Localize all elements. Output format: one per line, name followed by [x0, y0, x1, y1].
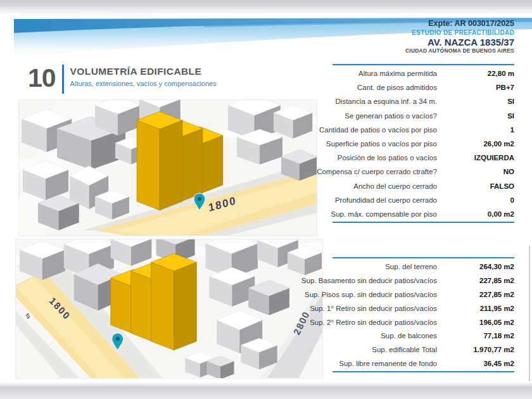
row-label: Sup. del terreno [385, 263, 437, 270]
report-page: Expte: AR 003017/2025 ESTUDIO DE PREFACT… [0, 0, 532, 399]
row-label: Sup. 2° Retiro sin deducir patios/vacíos [310, 319, 437, 326]
expediente-number: Expte: AR 003017/2025 [428, 19, 514, 28]
study-type: ESTUDIO DE PREFACTIBILIDAD [412, 29, 514, 36]
row-value: 1.970,77 m2 [473, 346, 514, 353]
row-label: Superficie patios o vacíos por piso [326, 140, 437, 148]
row-value: 0,00 m2 [488, 210, 514, 218]
table-row: Sup. 2° Retiro sin deducir patios/vacíos… [332, 315, 514, 329]
row-label: Posición de los patios o vacíos [338, 154, 437, 162]
row-label: Cantidad de patios o vacíos por piso [319, 126, 437, 134]
scan-edge-top [0, 0, 532, 14]
table-row: Cant. de pisos admitidosPB+7 [332, 80, 514, 94]
row-value: IZQUIERDA [474, 154, 514, 162]
table-row: Superficie patios o vacíos por piso26,00… [332, 137, 514, 151]
table-row: Posición de los patios o vacíosIZQUIERDA [332, 151, 514, 165]
row-value: NO [504, 168, 514, 175]
table-row: Sup. de balcones77,18 m2 [332, 329, 514, 343]
row-label: Compensa c/ cuerpo cerrado ctrafte? [317, 168, 437, 175]
volumetry-map-top: 1800 [19, 100, 317, 236]
row-label: Sup. máx. compensable por piso [331, 210, 437, 218]
row-label: Altura máxima permitida [358, 70, 437, 77]
table-row: Sup. del terreno264,30 m2 [332, 260, 514, 274]
property-address: AV. NAZCA 1835/37 [428, 37, 514, 48]
row-value: 0 [510, 196, 514, 204]
table-row: Se generan patios o vacíos?SI [332, 109, 514, 123]
table-row: Sup. 1° Retiro sin deducir patios/vacíos… [332, 301, 514, 315]
table-row: Compensa c/ cuerpo cerrado ctrafte?NO [332, 165, 514, 179]
row-value: 77,18 m2 [483, 332, 514, 339]
table-row: Sup. Basamento sin deducir patios/vacíos… [332, 274, 514, 288]
row-value: 1 [510, 126, 514, 134]
table-row: Ancho del cuerpo cerradoFALSO [332, 179, 514, 193]
row-value: SI [507, 98, 514, 105]
table-row: Distancia a esquina inf. a 34 m.SI [332, 94, 514, 108]
scan-edge-right [529, 246, 530, 381]
row-label: Sup. edificable Total [372, 346, 437, 353]
row-value: 211,95 m2 [480, 305, 514, 312]
row-value: 264,30 m2 [479, 263, 514, 270]
row-value: PB+7 [496, 84, 514, 91]
section-divider [62, 65, 64, 94]
section-header: 10 VOLUMETRÍA EDIFICABLE Alturas, extens… [28, 63, 217, 94]
table-row: Altura máxima permitida22,80 m [332, 66, 514, 80]
row-value: 227,85 m2 [479, 291, 514, 298]
surfaces-table: Sup. del terreno264,30 m2Sup. Basamento … [332, 257, 514, 372]
row-label: Profundidad del cuerpo cerrado [335, 196, 437, 204]
table-row: Profundidad del cuerpo cerrado0 [332, 193, 514, 207]
row-label: Se generan patios o vacíos? [345, 112, 437, 120]
table-row: Cantidad de patios o vacíos por piso1 [332, 123, 514, 137]
volumetry-map-bottom: ⇆ 1800 2800 [16, 239, 322, 378]
section-subtitle: Alturas, extensiones, vacíos y compensac… [70, 80, 217, 87]
table-row: Sup. edificable Total1.970,77 m2 [332, 343, 514, 357]
city-name: CIUDAD AUTÓNOMA DE BUENOS AIRES [405, 48, 514, 54]
row-value: 26,00 m2 [483, 140, 514, 148]
table-row: Sup. Pisos sup. sin deducir patios/vacío… [332, 288, 514, 301]
row-value: 22,80 m [488, 70, 514, 77]
table-row: Sup. libre remanente de fondo36,45 m2 [332, 357, 514, 370]
row-label: Sup. Basamento sin deducir patios/vacíos [301, 277, 437, 284]
section-number: 10 [28, 63, 56, 94]
row-label: Sup. libre remanente de fondo [339, 360, 437, 367]
section-title: VOLUMETRÍA EDIFICABLE [70, 66, 217, 77]
table-row: Sup. máx. compensable por piso0,00 m2 [332, 207, 514, 221]
row-value: 196,05 m2 [479, 319, 514, 326]
row-label: Cant. de pisos admitidos [357, 84, 437, 91]
parameters-table: Altura máxima permitida22,80 mCant. de p… [332, 64, 514, 223]
row-value: 227,85 m2 [479, 277, 514, 284]
row-label: Ancho del cuerpo cerrado [353, 182, 437, 190]
row-label: Distancia a esquina inf. a 34 m. [336, 98, 437, 105]
row-value: FALSO [490, 182, 514, 190]
row-value: SI [507, 112, 514, 120]
row-value: 36,45 m2 [483, 360, 514, 367]
row-label: Sup. 1° Retiro sin deducir patios/vacíos [310, 305, 437, 312]
scan-edge-bottom [0, 383, 532, 399]
row-label: Sup. Pisos sup. sin deducir patios/vacío… [305, 291, 437, 298]
row-label: Sup. de balcones [381, 332, 437, 339]
